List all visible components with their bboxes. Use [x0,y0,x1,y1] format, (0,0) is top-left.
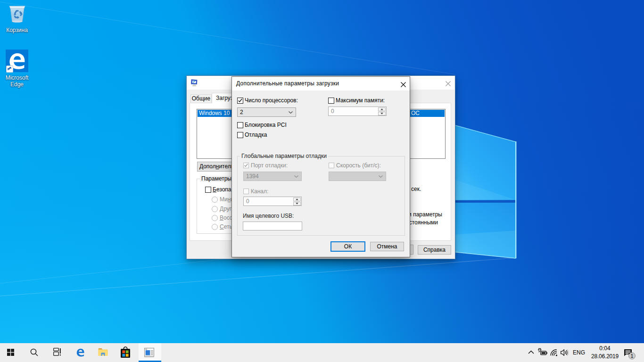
svg-text:1: 1 [630,353,633,359]
